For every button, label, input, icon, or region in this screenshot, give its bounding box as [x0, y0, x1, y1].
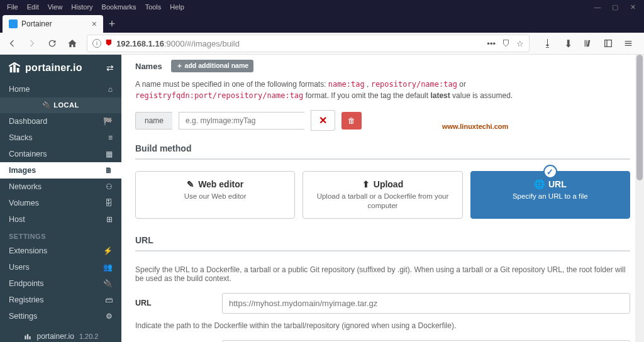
tab-title: Portainer — [21, 19, 52, 28]
sidebar-item-settings[interactable]: Settings⚙ — [0, 308, 121, 324]
window-menubar: File Edit View History Bookmarks Tools H… — [0, 0, 644, 14]
sidebar-item-stacks[interactable]: Stacks≡ — [0, 130, 121, 146]
sidebar-footer: portainer.io1.20.2 — [0, 324, 121, 342]
name-addon-label: name — [135, 112, 172, 130]
more-dots-icon[interactable]: ••• — [487, 39, 496, 48]
sidebar-settings-header: SETTINGS — [0, 228, 121, 243]
new-tab-button[interactable]: + — [103, 15, 121, 33]
image-icon: 🗎 — [105, 166, 113, 175]
menu-help[interactable]: Help — [165, 3, 189, 11]
cube-icon: ▦ — [106, 150, 113, 158]
volume-icon: 🗄 — [105, 199, 113, 207]
dockerfile-path-hint: Indicate the path to the Dockerfile with… — [135, 319, 630, 335]
tab-close-icon[interactable]: × — [92, 19, 97, 29]
sidebar-item-images[interactable]: Images🗎 — [0, 162, 121, 179]
home-button[interactable] — [64, 35, 80, 52]
forward-button[interactable] — [24, 35, 40, 52]
sidebar-item-host[interactable]: Host⊞ — [0, 211, 121, 228]
clear-name-button[interactable]: ✕ — [311, 110, 335, 131]
sidebar-item-networks[interactable]: Networks⚇ — [0, 179, 121, 195]
host-icon: ⊞ — [106, 215, 113, 224]
plug-icon: 🔌 — [103, 279, 113, 288]
bolt-icon: ⚡ — [103, 246, 113, 255]
network-icon: ⚇ — [106, 182, 113, 191]
database-icon: 🗃 — [105, 295, 113, 304]
reload-button[interactable] — [44, 35, 60, 52]
sidebar-item-containers[interactable]: Containers▦ — [0, 146, 121, 162]
sidebar-item-extensions[interactable]: Extensions⚡ — [0, 243, 121, 259]
scrollbar-thumb[interactable] — [636, 55, 643, 180]
back-button[interactable] — [4, 35, 20, 52]
portainer-logo-icon — [8, 61, 21, 75]
site-info-icon[interactable]: i — [92, 39, 101, 48]
downloads-in-icon[interactable]: ⭳ — [540, 35, 556, 52]
menu-view[interactable]: View — [43, 3, 67, 11]
sidebar-item-registries[interactable]: Registries🗃 — [0, 292, 121, 308]
users-icon: 👥 — [103, 263, 113, 272]
browser-tab[interactable]: Portainer × — [3, 15, 103, 33]
names-description: A name must be specified in one of the f… — [135, 76, 630, 108]
app-sidebar: portainer.io ⇄ Home⌂ 🔌 LOCAL Dashboard🏁 … — [0, 55, 121, 342]
browser-toolbar: i ⛊ 192.168.1.16:9000/#/images/build •••… — [0, 33, 644, 55]
pencil-icon: ✎ — [187, 179, 194, 189]
sidebar-item-dashboard[interactable]: Dashboard🏁 — [0, 113, 121, 130]
main-content: Names ＋ add additional name A name must … — [121, 55, 644, 342]
method-card-upload[interactable]: ⬆Upload Upload a tarball or a Dockerfile… — [303, 171, 462, 219]
portainer-small-icon — [23, 332, 32, 341]
sidebar-item-home[interactable]: Home⌂ — [0, 81, 121, 97]
minimize-icon[interactable]: — — [589, 3, 606, 11]
globe-icon: 🌐 — [534, 179, 545, 189]
sidebar-item-endpoints[interactable]: Endpoints🔌 — [0, 275, 121, 292]
stack-icon: ≡ — [108, 133, 113, 142]
build-method-title: Build method — [135, 140, 630, 160]
tracking-shield-icon[interactable]: ⛊ — [105, 39, 113, 48]
menu-bookmarks[interactable]: Bookmarks — [97, 3, 141, 11]
url-host: 192.168.1.16:9000/#/images/build — [116, 39, 240, 48]
reader-shield-icon[interactable]: ⛉ — [502, 39, 510, 48]
swap-endpoint-icon[interactable]: ⇄ — [106, 63, 114, 73]
portainer-favicon-icon — [9, 19, 18, 28]
address-bar[interactable]: i ⛊ 192.168.1.16:9000/#/images/build •••… — [87, 35, 530, 52]
sidebar-endpoint-local[interactable]: 🔌 LOCAL — [0, 97, 121, 113]
gear-icon: ⚙ — [106, 312, 113, 321]
tachometer-icon: 🏁 — [103, 117, 113, 126]
downloads-icon[interactable]: ⬇ — [560, 35, 576, 52]
menu-file[interactable]: File — [3, 3, 23, 11]
url-section-title: URL — [135, 231, 630, 251]
close-icon[interactable]: ✕ — [624, 3, 641, 11]
scrollbar-track[interactable] — [635, 55, 644, 342]
names-label: Names — [135, 62, 162, 71]
sidebar-item-volumes[interactable]: Volumes🗄 — [0, 195, 121, 211]
url-input[interactable] — [222, 293, 630, 314]
add-name-button[interactable]: ＋ add additional name — [171, 60, 253, 72]
menu-edit[interactable]: Edit — [23, 3, 43, 11]
app-menu-icon[interactable] — [620, 35, 636, 52]
watermark-text: www.linuxtechi.com — [442, 123, 508, 130]
menu-history[interactable]: History — [67, 3, 97, 11]
method-card-url[interactable]: ✓ 🌐URL Specify an URL to a file — [470, 171, 630, 219]
library-icon[interactable] — [580, 35, 596, 52]
method-card-web-editor[interactable]: ✎Web editor Use our Web editor — [135, 171, 295, 219]
maximize-icon[interactable]: ▢ — [606, 3, 624, 11]
brand-text: portainer.io — [25, 62, 82, 74]
sidebar-item-users[interactable]: Users👥 — [0, 259, 121, 275]
check-circle-icon: ✓ — [543, 165, 557, 179]
menu-tools[interactable]: Tools — [141, 3, 166, 11]
sidebar-toggle-icon[interactable] — [600, 35, 616, 52]
brand-header[interactable]: portainer.io ⇄ — [0, 55, 121, 81]
browser-tabbar: Portainer × + — [0, 14, 644, 33]
image-name-input[interactable] — [179, 112, 304, 130]
delete-name-button[interactable]: 🗑 — [341, 112, 362, 130]
home-icon: ⌂ — [108, 85, 113, 94]
bookmark-star-icon[interactable]: ☆ — [516, 39, 524, 48]
url-description: Specify the URL to a Dockerfile, a tarba… — [135, 263, 630, 288]
url-field-label: URL — [135, 299, 211, 307]
upload-icon: ⬆ — [362, 179, 370, 189]
